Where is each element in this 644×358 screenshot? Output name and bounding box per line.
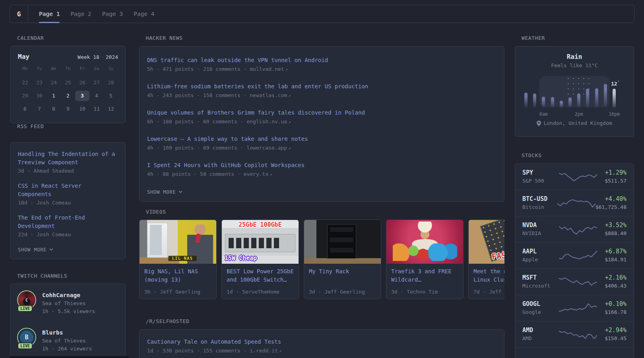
- stock-price: $406.43: [605, 282, 627, 290]
- hn-item[interactable]: I Spent 24 Hours with GitHub Copilot Wor…: [147, 161, 497, 178]
- calendar-month: May: [18, 53, 29, 60]
- stock-row[interactable]: AMDAMD +2.94%$150.45: [515, 321, 634, 348]
- twitch-channel-name[interactable]: Blurbs: [42, 329, 92, 337]
- external-link-icon: ↗: [270, 172, 272, 177]
- scrollbar-thumb[interactable]: [10, 356, 129, 358]
- hn-item-title[interactable]: Lowercase – A simple way to take and sha…: [147, 135, 497, 142]
- reddit-item-title[interactable]: Cautionary Tale on Automated Speed Tests: [147, 338, 497, 345]
- video-thumbnail[interactable]: LIL NAS: [140, 220, 216, 264]
- weather-bar: [595, 88, 598, 108]
- calendar-day: 6: [18, 104, 32, 114]
- video-title[interactable]: My Tiny Rack: [309, 267, 376, 276]
- hn-item[interactable]: DNS traffic can leak outside the VPN tun…: [147, 56, 497, 73]
- video-thumbnail[interactable]: 25GbE 100GbE 15W Cheap: [222, 220, 299, 264]
- calendar-day: 28: [104, 78, 118, 88]
- tab-page-3[interactable]: Page 3: [102, 5, 123, 23]
- stock-ticker[interactable]: NVDA: [522, 221, 559, 230]
- twitch-widget: C LIVE CohhCarnage Sea of Thieves 1h · 5…: [10, 284, 126, 358]
- stock-row[interactable]: NVDANVIDIA +3.52%$888.40: [515, 216, 634, 243]
- stock-sparkline: [557, 197, 596, 209]
- stock-row[interactable]: BTC-USDBitcoin +4.40%$61,725.48: [515, 190, 634, 216]
- video-title[interactable]: BEST Low Power 25GbE and 100GbE Switch…: [227, 267, 294, 284]
- hn-item-title[interactable]: I Spent 24 Hours with GitHub Copilot Wor…: [147, 161, 497, 169]
- hn-item-domain[interactable]: english.nv.ua: [246, 119, 287, 125]
- stock-sparkline: [559, 276, 597, 288]
- stock-row[interactable]: RDDT -1.65%: [515, 348, 634, 358]
- rss-item-title[interactable]: CSS in React Server Components: [18, 182, 118, 198]
- rss-item[interactable]: Handling The Indentation of a Treeview C…: [18, 150, 118, 175]
- hn-show-more-button[interactable]: SHOW MORE: [147, 188, 497, 196]
- stock-row[interactable]: AAPLApple +6.87%$184.91: [515, 243, 634, 269]
- reddit-item[interactable]: Cautionary Tale on Automated Speed Tests…: [147, 338, 497, 355]
- calendar-day: 10: [75, 104, 89, 114]
- stock-price: $184.91: [605, 256, 627, 264]
- stock-price: $511.57: [605, 177, 627, 185]
- reddit-section-title: /R/SELFHOSTED: [146, 318, 504, 325]
- hn-item-title[interactable]: Unique volumes of Brothers Grimm fairy t…: [147, 109, 497, 116]
- hn-item[interactable]: Lithium-free sodium batteries exit the l…: [147, 83, 497, 99]
- rss-item[interactable]: The End of Front-End Development 22d · J…: [18, 214, 118, 239]
- video-title[interactable]: Traefik 3 and FREE Wildcard…: [391, 267, 458, 284]
- twitch-game[interactable]: Sea of Thieves: [42, 300, 95, 307]
- stock-row[interactable]: GOOGLGoogle +0.10%$166.78: [515, 295, 634, 321]
- stock-ticker[interactable]: SPY: [522, 169, 559, 177]
- stock-ticker[interactable]: RDDT: [522, 357, 559, 358]
- hn-item-title[interactable]: DNS traffic can leak outside the VPN tun…: [147, 56, 497, 64]
- tab-page-2[interactable]: Page 2: [70, 5, 91, 23]
- rss-item-title[interactable]: Handling The Indentation of a Treeview C…: [18, 150, 118, 167]
- hn-item[interactable]: Unique volumes of Brothers Grimm fairy t…: [147, 109, 497, 126]
- video-title[interactable]: Big NAS, Lil NAS (moving 13): [144, 267, 211, 284]
- tab-page-1[interactable]: Page 1: [39, 5, 60, 23]
- video-card[interactable]: FAST Meet the new Linux Cluster… 7d · Je…: [468, 220, 504, 299]
- rss-section-title: RSS FEED: [17, 123, 126, 130]
- weather-bar: [524, 93, 528, 108]
- tab-page-4[interactable]: Page 4: [134, 5, 154, 23]
- video-card[interactable]: My Tiny Rack 3d · Jeff Geerling: [304, 220, 381, 299]
- stock-row[interactable]: MSFTMicrosoft +2.16%$406.43: [515, 269, 634, 295]
- twitch-channel-name[interactable]: CohhCarnage: [42, 291, 95, 300]
- video-card[interactable]: LIL NAS Big NAS, Lil NAS (moving 13) 3h …: [139, 220, 217, 299]
- video-thumbnail[interactable]: [304, 220, 381, 264]
- hackernews-section-title: HACKER NEWS: [146, 35, 504, 41]
- stock-ticker[interactable]: MSFT: [522, 274, 559, 282]
- video-thumbnail[interactable]: FAST: [469, 220, 504, 264]
- hn-item[interactable]: Lowercase – A simple way to take and sha…: [147, 135, 497, 152]
- stock-ticker[interactable]: AMD: [522, 326, 559, 335]
- video-card[interactable]: 25GbE 100GbE 15W Cheap BEST Low Power 25…: [221, 220, 299, 299]
- video-thumbnail[interactable]: [386, 220, 463, 264]
- stock-ticker[interactable]: GOOGL: [522, 300, 559, 308]
- hn-item-domain[interactable]: every.to: [244, 171, 269, 177]
- weather-section-title: WEATHER: [522, 35, 634, 41]
- hn-item-title[interactable]: Lithium-free sodium batteries exit the l…: [147, 83, 497, 90]
- hn-item-domain[interactable]: mullvad.net: [250, 66, 284, 72]
- weather-feels-like: Feels like 11°C: [515, 62, 634, 68]
- stock-change-pct: +2.94%: [605, 326, 627, 335]
- stock-company: Google: [522, 308, 559, 316]
- rss-widget: Handling The Indentation of a Treeview C…: [10, 142, 126, 259]
- rss-item[interactable]: CSS in React Server Components 18d · Jos…: [18, 182, 118, 207]
- rss-item-title[interactable]: The End of Front-End Development: [18, 214, 118, 230]
- stock-sparkline: [559, 171, 597, 183]
- video-title[interactable]: Meet the new Linux Cluster…: [473, 267, 504, 284]
- stock-company: S&P 500: [522, 177, 559, 185]
- stock-change-pct: +0.10%: [605, 300, 627, 308]
- weather-condition: Rain: [515, 53, 634, 61]
- hackernews-widget: DNS traffic can leak outside the VPN tun…: [139, 46, 504, 202]
- twitch-game[interactable]: Sea of Thieves: [42, 337, 92, 345]
- calendar-day: 24: [47, 78, 61, 88]
- stock-ticker[interactable]: AAPL: [522, 247, 559, 256]
- calendar-day: 2: [61, 91, 75, 101]
- twitch-channel-row[interactable]: B LIVE Blurbs Sea of Thieves 1h · 264 vi…: [18, 329, 118, 353]
- reddit-item-domain[interactable]: i.redd.it: [250, 348, 277, 354]
- stock-change-pct: +6.87%: [605, 247, 627, 256]
- video-card[interactable]: Traefik 3 and FREE Wildcard… 3d · Techno…: [386, 220, 464, 299]
- hn-item-domain[interactable]: lowercase.app: [246, 145, 287, 151]
- twitch-channel-row[interactable]: C LIVE CohhCarnage Sea of Thieves 1h · 5…: [18, 291, 118, 315]
- calendar-day: 5: [104, 91, 118, 101]
- app-logo[interactable]: G: [10, 5, 28, 23]
- rss-show-more-button[interactable]: SHOW MORE: [18, 245, 118, 253]
- hn-item-domain[interactable]: newatlas.com: [250, 92, 287, 98]
- stock-row[interactable]: SPYS&P 500 +1.29%$511.57: [515, 164, 634, 190]
- stock-ticker[interactable]: BTC-USD: [522, 195, 557, 203]
- thumbnail-caption: 25GbE 100GbE: [222, 221, 299, 228]
